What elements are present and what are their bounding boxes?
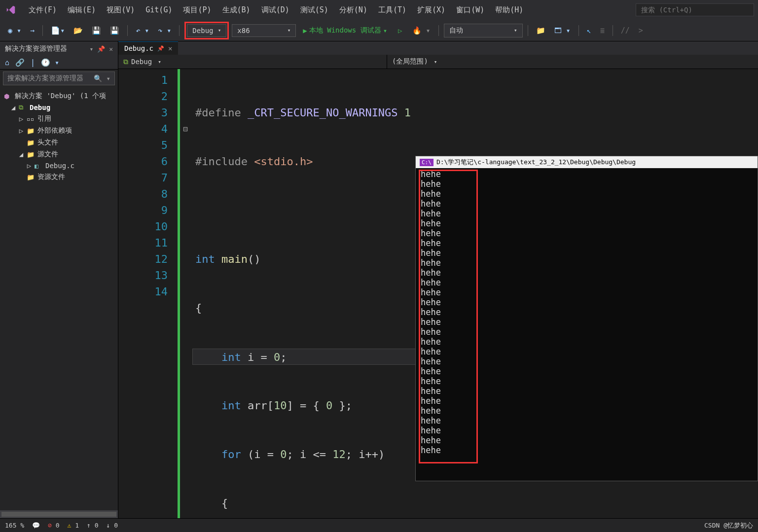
- line-number: 11: [118, 235, 168, 251]
- console-line: hehe: [416, 278, 758, 287]
- quick-search-input[interactable]: [636, 3, 754, 16]
- zoom-level[interactable]: 165 %: [5, 522, 24, 529]
- console-line: hehe: [416, 169, 758, 179]
- menu-git[interactable]: Git(G): [141, 2, 177, 17]
- menu-edit[interactable]: 编辑(E): [63, 2, 101, 18]
- config-dropdown[interactable]: Debug: [187, 24, 226, 37]
- console-output[interactable]: hehehehehehehehehehehehehehehehehehehehe…: [416, 168, 758, 455]
- line-number: 6: [118, 153, 168, 170]
- line-number: 7: [118, 170, 168, 186]
- uncomment-icon[interactable]: >: [636, 24, 646, 37]
- run-debug-button[interactable]: ▶ 本地 Windows 调试器 ▾: [299, 24, 391, 37]
- console-line: hehe: [416, 238, 758, 248]
- source-file-node[interactable]: ▷ ◧ Debug.c: [2, 160, 116, 171]
- console-line: hehe: [416, 435, 758, 445]
- open-button[interactable]: 📂: [71, 24, 86, 37]
- console-line: hehe: [416, 386, 758, 396]
- fold-icon[interactable]: ⊟: [183, 121, 188, 137]
- menu-tools[interactable]: 工具(T): [373, 2, 411, 18]
- new-project-button[interactable]: 📄▾: [48, 24, 68, 37]
- undo-button[interactable]: ↶ ▾: [133, 24, 152, 37]
- run-nodebug-button[interactable]: ▷: [394, 25, 406, 36]
- cfile-icon: ◧: [35, 162, 43, 170]
- resources-node[interactable]: 📁 资源文件: [2, 171, 116, 183]
- scope-project-dropdown[interactable]: ⧉ Debug: [118, 55, 387, 69]
- console-line: hehe: [416, 416, 758, 426]
- console-titlebar[interactable]: C:\ D:\学习笔记\c-language\text_23_2_12\Debu…: [416, 156, 758, 168]
- solution-icon: ⬢: [4, 93, 13, 100]
- status-bar: 165 % 💬 ⊘ 0 ⚠ 1 ↑ 0 ↓ 0 CSDN @忆梦初心: [0, 518, 758, 532]
- console-title-text: D:\学习笔记\c-language\text_23_2_12\Debug\De…: [436, 158, 636, 167]
- menu-view[interactable]: 视图(V): [102, 2, 140, 18]
- console-line: hehe: [416, 179, 758, 189]
- search-placeholder: 搜索解决方案资源管理器: [7, 74, 83, 83]
- console-line: hehe: [416, 376, 758, 386]
- feedback-icon[interactable]: 💬: [32, 522, 40, 529]
- solution-node[interactable]: ⬢ 解决方案 'Debug' (1 个项: [2, 90, 116, 102]
- sources-label: 源文件: [37, 150, 58, 159]
- menu-analyze[interactable]: 分析(N): [334, 2, 372, 18]
- warning-count[interactable]: ⚠ 1: [68, 522, 79, 529]
- cursor-icon[interactable]: ↖: [584, 24, 594, 37]
- solution-explorer-panel: 解决方案资源管理器 ▾ 📌 ✕ ⌂ 🔗 | 🕐 ▾ 搜索解决方案资源管理器 🔍 …: [0, 41, 118, 518]
- platform-dropdown[interactable]: x86: [232, 24, 296, 37]
- error-count[interactable]: ⊘ 0: [48, 522, 59, 529]
- sync-icon[interactable]: 🔗: [15, 58, 25, 67]
- expand-icon[interactable]: ◢: [10, 104, 17, 111]
- redo-button[interactable]: ↷ ▾: [155, 24, 174, 37]
- sources-node[interactable]: ◢ 📁 源文件: [2, 148, 116, 160]
- save-button[interactable]: 💾: [89, 24, 104, 37]
- console-line: hehe: [416, 199, 758, 209]
- sidebar-scrollbar[interactable]: [0, 510, 118, 518]
- line-number: 13: [118, 267, 168, 284]
- history-icon[interactable]: 🕐 ▾: [41, 58, 59, 67]
- expand-icon[interactable]: ▷: [18, 127, 25, 135]
- console-line: hehe: [416, 268, 758, 278]
- tab-debug-c[interactable]: Debug.c 📌 ✕: [118, 41, 178, 55]
- expand-icon[interactable]: ▷: [26, 162, 33, 170]
- line-number: 10: [118, 218, 168, 235]
- menu-window[interactable]: 窗口(W): [451, 2, 489, 18]
- menu-file[interactable]: 文件(F): [24, 2, 62, 18]
- menu-build[interactable]: 生成(B): [217, 2, 255, 18]
- down-count: ↓ 0: [107, 522, 118, 529]
- nav-back-button[interactable]: ◉ ▾: [5, 24, 24, 37]
- hot-reload-button[interactable]: 🔥 ▾: [409, 24, 433, 37]
- comment-icon[interactable]: //: [618, 24, 633, 37]
- console-line: hehe: [416, 356, 758, 366]
- menu-project[interactable]: 项目(P): [178, 2, 216, 18]
- menu-help[interactable]: 帮助(H): [490, 2, 528, 18]
- headers-node[interactable]: 📁 头文件: [2, 137, 116, 148]
- extdeps-node[interactable]: ▷ 📁 外部依赖项: [2, 125, 116, 137]
- project-icon: ⧉: [123, 58, 128, 66]
- scope-global-dropdown[interactable]: (全局范围): [387, 55, 758, 69]
- project-node[interactable]: ◢ ⧉ Debug: [2, 102, 116, 113]
- fold-column: ⊟: [178, 69, 192, 532]
- references-node[interactable]: ▷ ▫▫ 引用: [2, 113, 116, 125]
- menu-test[interactable]: 测试(S): [295, 2, 333, 18]
- home-icon[interactable]: ⌂: [5, 58, 9, 67]
- menu-extensions[interactable]: 扩展(X): [412, 2, 450, 18]
- search-icon: 🔍 ▾: [94, 74, 110, 82]
- auto-dropdown[interactable]: 自动: [444, 24, 523, 37]
- window-icon[interactable]: 🗔 ▾: [551, 24, 574, 37]
- save-all-button[interactable]: 💾: [107, 24, 122, 37]
- panel-close-icon[interactable]: ✕: [109, 45, 113, 53]
- line-number: 12: [118, 251, 168, 267]
- menu-debug[interactable]: 调试(D): [256, 2, 294, 18]
- up-count: ↑ 0: [87, 522, 98, 529]
- nav-fwd-button[interactable]: →: [27, 24, 37, 37]
- solution-search-input[interactable]: 搜索解决方案资源管理器 🔍 ▾: [3, 71, 115, 85]
- scope-label: (全局范围): [392, 57, 428, 66]
- pin-icon[interactable]: 📌: [157, 45, 164, 52]
- line-number: 9: [118, 202, 168, 218]
- refs-icon: ▫▫: [27, 115, 36, 123]
- pin-icon[interactable]: ▾ 📌: [90, 45, 106, 53]
- folder-icon[interactable]: 📁: [533, 24, 548, 37]
- expand-icon[interactable]: ▷: [18, 115, 25, 123]
- indent-icon[interactable]: ≣: [597, 24, 608, 37]
- close-icon[interactable]: ✕: [168, 44, 172, 52]
- expand-icon[interactable]: ◢: [18, 150, 25, 158]
- ext-label: 外部依赖项: [37, 126, 72, 135]
- folder-icon: 📁: [27, 151, 36, 158]
